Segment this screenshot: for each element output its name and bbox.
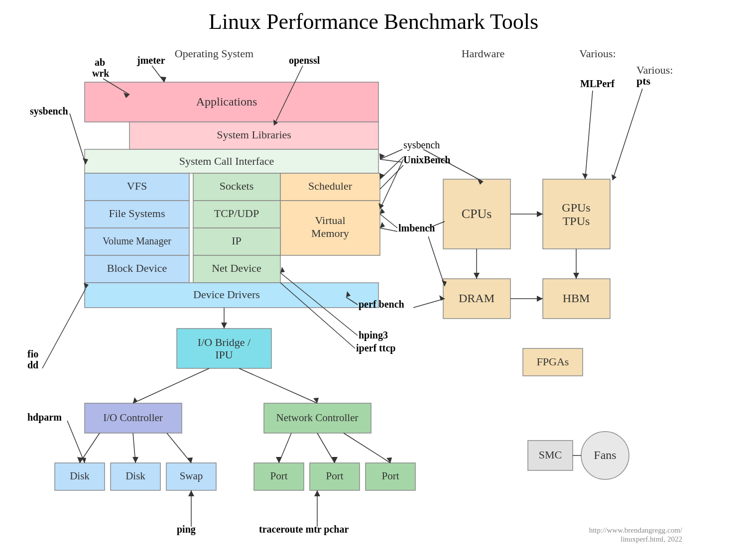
svg-marker-64: [188, 490, 194, 496]
svg-marker-70: [378, 203, 384, 209]
hdparm-label: hdparm: [27, 412, 62, 423]
cpus-label: CPUs: [462, 207, 492, 221]
svg-line-44: [380, 214, 397, 228]
swap-label: Swap: [180, 470, 203, 482]
svg-marker-43: [582, 173, 588, 179]
svg-marker-1: [221, 323, 227, 329]
svg-line-58: [280, 283, 355, 348]
svg-line-37: [423, 149, 483, 182]
svg-marker-57: [280, 267, 285, 273]
svg-line-33: [70, 113, 86, 164]
footer-label2: linuxperf.html, 2022: [621, 535, 682, 543]
svg-line-35: [380, 149, 402, 159]
svg-line-6: [80, 433, 100, 463]
hw-section-label: Hardware: [462, 47, 505, 60]
swap-box: [166, 463, 216, 490]
disk1-label: Disk: [70, 470, 90, 482]
port1-label: Port: [270, 470, 287, 482]
mlperf-label: MLPerf: [580, 78, 615, 89]
svg-marker-45: [380, 208, 385, 214]
io-bridge-box: [177, 329, 271, 368]
svg-line-4: [239, 368, 317, 403]
svg-marker-41: [612, 174, 617, 180]
network-controller-label: Network Controller: [276, 412, 358, 424]
openssl-label: openssl: [289, 55, 320, 66]
svg-marker-32: [273, 119, 278, 125]
svg-line-59: [42, 289, 86, 368]
fpgas-box: [523, 348, 583, 376]
dd-label: dd: [27, 359, 38, 370]
svg-line-27: [103, 79, 129, 95]
svg-marker-19: [474, 273, 480, 279]
ab-label: ab: [95, 57, 105, 68]
svg-marker-55: [439, 295, 445, 301]
perf-bench-label: perf bench: [359, 299, 404, 310]
os-section-label: Operating System: [175, 47, 253, 60]
system-libraries-box: [129, 122, 378, 149]
smc-box: [528, 441, 573, 470]
unixbench-label: UnixBench: [403, 154, 450, 165]
fio-label: fio: [27, 348, 38, 359]
svg-line-16: [344, 433, 390, 463]
page-title: Linux Performance Benchmark Tools: [209, 9, 538, 34]
ip-box: [193, 228, 280, 255]
svg-marker-68: [379, 173, 385, 179]
applications-label: Applications: [196, 95, 257, 108]
block-device-box: [85, 255, 189, 283]
svg-line-56: [280, 273, 358, 336]
file-systems-label: File Systems: [109, 207, 165, 220]
svg-marker-5: [313, 398, 319, 403]
various-section-label: Various:: [579, 47, 616, 60]
port1-box: [254, 463, 304, 490]
sockets-box: [193, 173, 280, 201]
svg-marker-13: [276, 457, 282, 463]
net-device-label: Net Device: [212, 262, 261, 274]
virtual-memory-label2: Memory: [311, 227, 349, 239]
hping3-label: hping3: [359, 330, 388, 341]
port2-label: Port: [326, 470, 343, 482]
network-controller-box: [264, 403, 371, 433]
svg-marker-34: [83, 158, 88, 164]
file-systems-box: [85, 201, 189, 228]
volume-manager-box: [85, 228, 189, 255]
hbm-box: [543, 279, 610, 319]
svg-line-2: [133, 368, 209, 403]
svg-line-14: [317, 433, 335, 463]
svg-line-8: [133, 433, 135, 463]
svg-line-61: [67, 421, 85, 463]
vfs-label: VFS: [127, 180, 147, 192]
svg-line-10: [167, 433, 191, 463]
io-controller-box: [85, 403, 182, 433]
svg-line-69: [380, 159, 403, 209]
port2-box: [310, 463, 360, 490]
syscall-box: [85, 149, 378, 173]
sockets-label: Sockets: [220, 180, 253, 192]
svg-marker-21: [573, 273, 579, 279]
svg-line-67: [380, 157, 403, 179]
svg-marker-3: [133, 397, 137, 403]
svg-marker-60: [84, 283, 89, 289]
svg-line-31: [274, 66, 303, 125]
svg-line-42: [585, 91, 593, 179]
io-controller-label: I/O Controller: [103, 412, 163, 424]
system-libraries-label: System Libraries: [217, 128, 291, 141]
svg-line-48: [428, 222, 445, 228]
sysbench-right-label: sysbench: [403, 139, 440, 151]
footer-label: http://www.brendangregg.com/: [589, 526, 683, 534]
scheduler-label: Scheduler: [308, 180, 353, 192]
svg-line-52: [346, 297, 358, 305]
svg-marker-7: [77, 457, 83, 463]
svg-marker-36: [379, 153, 385, 159]
gpus-tpus-box: [543, 179, 610, 249]
wrk-label: wrk: [92, 68, 110, 79]
svg-marker-9: [132, 457, 138, 463]
syscall-label: System Call Interface: [179, 155, 274, 167]
disk2-label: Disk: [125, 470, 145, 482]
svg-marker-47: [380, 222, 385, 228]
hbm-label: HBM: [563, 292, 590, 305]
dram-box: [443, 279, 510, 319]
svg-line-39: [380, 159, 402, 162]
gpus-tpus-label2: TPUs: [563, 215, 590, 227]
svg-marker-51: [442, 280, 447, 286]
fans-label: Fans: [594, 448, 616, 461]
